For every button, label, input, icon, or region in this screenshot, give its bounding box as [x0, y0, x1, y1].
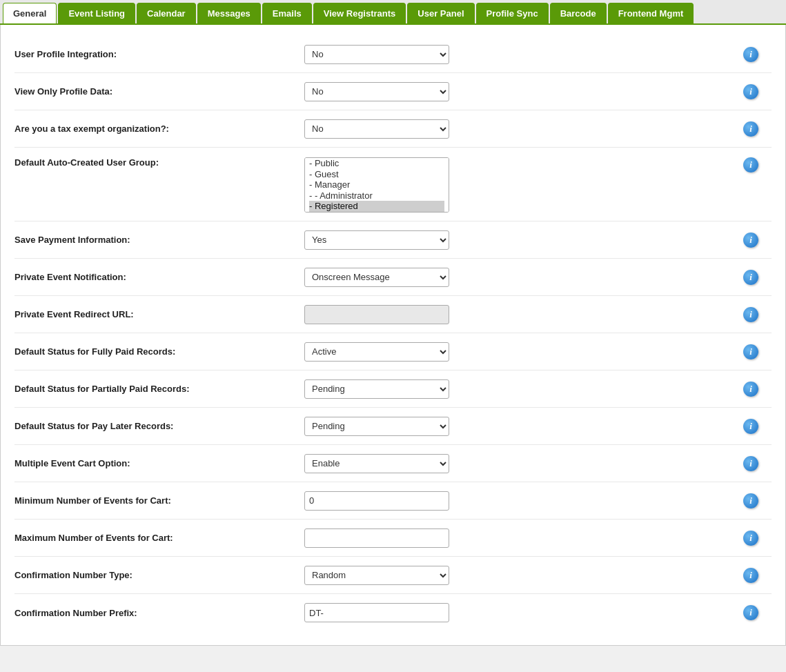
user-profile-integration-select[interactable]: NoYes: [304, 45, 449, 64]
form-row-tax-exempt-org: Are you a tax exempt organization?:NoYes…: [14, 110, 772, 148]
field-control-tax-exempt-org: NoYes: [304, 119, 730, 139]
field-control-default-status-fully-paid: ActivePendingInactive: [304, 342, 730, 362]
form-row-save-payment-info: Save Payment Information:YesNoi: [14, 221, 772, 259]
field-info-save-payment-info: i: [730, 233, 772, 248]
field-info-user-profile-integration: i: [730, 47, 772, 62]
field-control-view-only-profile-data: NoYes: [304, 82, 730, 101]
field-label-private-event-redirect-url: Private Event Redirect URL:: [14, 309, 304, 319]
info-icon-user-profile-integration[interactable]: i: [743, 47, 758, 62]
field-label-save-payment-info: Save Payment Information:: [14, 235, 304, 245]
content-area: User Profile Integration:NoYesiView Only…: [0, 25, 786, 646]
view-only-profile-data-select[interactable]: NoYes: [304, 82, 449, 101]
info-icon-min-events-cart[interactable]: i: [743, 493, 758, 508]
field-info-max-events-cart: i: [730, 531, 772, 546]
info-icon-confirmation-number-prefix[interactable]: i: [743, 605, 758, 620]
info-icon-tax-exempt-org[interactable]: i: [743, 121, 758, 137]
tab-view-registrants[interactable]: View Registrants: [313, 3, 406, 23]
field-info-confirmation-number-type: i: [730, 568, 772, 583]
form-row-view-only-profile-data: View Only Profile Data:NoYesi: [14, 73, 772, 110]
field-label-default-status-partially-paid: Default Status for Partially Paid Record…: [14, 384, 304, 394]
field-info-multiple-event-cart: i: [730, 456, 772, 471]
field-control-confirmation-number-type: RandomSequential: [304, 566, 730, 585]
field-control-default-user-group: - Public- Guest- Manager- - Administrato…: [304, 157, 730, 213]
form-row-multiple-event-cart: Multiple Event Cart Option:EnableDisable…: [14, 445, 772, 482]
tab-general[interactable]: General: [3, 3, 57, 23]
field-info-private-event-notification: i: [730, 270, 772, 285]
form-row-default-status-pay-later: Default Status for Pay Later Records:Act…: [14, 408, 772, 445]
field-info-confirmation-number-prefix: i: [730, 605, 772, 620]
field-label-default-status-pay-later: Default Status for Pay Later Records:: [14, 421, 304, 431]
tab-emails[interactable]: Emails: [262, 3, 312, 23]
tab-event-listing[interactable]: Event Listing: [58, 3, 135, 23]
form-row-private-event-redirect-url: Private Event Redirect URL:i: [14, 296, 772, 333]
field-info-view-only-profile-data: i: [730, 84, 772, 99]
tab-calendar[interactable]: Calendar: [137, 3, 196, 23]
form-row-user-profile-integration: User Profile Integration:NoYesi: [14, 36, 772, 73]
form-row-min-events-cart: Minimum Number of Events for Cart:i: [14, 482, 772, 520]
info-icon-default-user-group[interactable]: i: [743, 157, 758, 172]
field-label-user-profile-integration: User Profile Integration:: [14, 49, 304, 59]
field-label-private-event-notification: Private Event Notification:: [14, 272, 304, 282]
default-user-group-listbox[interactable]: - Public- Guest- Manager- - Administrato…: [304, 157, 449, 213]
default-status-pay-later-select[interactable]: ActivePendingInactive: [304, 417, 449, 436]
tab-profile-sync[interactable]: Profile Sync: [476, 3, 549, 23]
private-event-redirect-url-input[interactable]: [304, 305, 449, 324]
min-events-cart-input[interactable]: [304, 491, 449, 511]
field-control-default-status-pay-later: ActivePendingInactive: [304, 417, 730, 436]
info-icon-default-status-pay-later[interactable]: i: [743, 419, 758, 434]
max-events-cart-input[interactable]: [304, 528, 449, 548]
field-label-confirmation-number-prefix: Confirmation Number Prefix:: [14, 608, 304, 618]
info-icon-private-event-notification[interactable]: i: [743, 270, 758, 285]
tab-bar: GeneralEvent ListingCalendarMessagesEmai…: [0, 0, 786, 25]
field-control-multiple-event-cart: EnableDisable: [304, 454, 730, 473]
confirmation-number-prefix-input[interactable]: [304, 603, 449, 622]
field-info-default-status-partially-paid: i: [730, 382, 772, 397]
info-icon-confirmation-number-type[interactable]: i: [743, 568, 758, 583]
info-icon-multiple-event-cart[interactable]: i: [743, 456, 758, 471]
field-control-max-events-cart: [304, 528, 730, 548]
default-status-fully-paid-select[interactable]: ActivePendingInactive: [304, 342, 449, 362]
form-row-private-event-notification: Private Event Notification:Onscreen Mess…: [14, 259, 772, 296]
default-status-partially-paid-select[interactable]: ActivePendingInactive: [304, 379, 449, 399]
field-control-user-profile-integration: NoYes: [304, 45, 730, 64]
private-event-notification-select[interactable]: Onscreen MessageEmailNone: [304, 268, 449, 287]
field-control-save-payment-info: YesNo: [304, 230, 730, 250]
info-icon-default-status-partially-paid[interactable]: i: [743, 382, 758, 397]
field-label-default-status-fully-paid: Default Status for Fully Paid Records:: [14, 346, 304, 357]
multiple-event-cart-select[interactable]: EnableDisable: [304, 454, 449, 473]
field-control-private-event-redirect-url: [304, 305, 730, 324]
form-row-default-status-fully-paid: Default Status for Fully Paid Records:Ac…: [14, 333, 772, 370]
tab-user-panel[interactable]: User Panel: [407, 3, 474, 23]
info-icon-default-status-fully-paid[interactable]: i: [743, 344, 758, 359]
info-icon-max-events-cart[interactable]: i: [743, 531, 758, 546]
field-label-confirmation-number-type: Confirmation Number Type:: [14, 570, 304, 580]
field-info-default-status-fully-paid: i: [730, 344, 772, 359]
tax-exempt-org-select[interactable]: NoYes: [304, 119, 449, 139]
field-info-default-status-pay-later: i: [730, 419, 772, 434]
form-row-confirmation-number-type: Confirmation Number Type:RandomSequentia…: [14, 557, 772, 594]
field-label-view-only-profile-data: View Only Profile Data:: [14, 86, 304, 97]
field-info-default-user-group: i: [730, 157, 772, 172]
field-control-confirmation-number-prefix: [304, 603, 730, 622]
form-row-max-events-cart: Maximum Number of Events for Cart:i: [14, 520, 772, 557]
info-icon-save-payment-info[interactable]: i: [743, 233, 758, 248]
field-control-min-events-cart: [304, 491, 730, 511]
tab-barcode[interactable]: Barcode: [550, 3, 607, 23]
field-info-min-events-cart: i: [730, 493, 772, 508]
tab-messages[interactable]: Messages: [197, 3, 261, 23]
form-row-default-status-partially-paid: Default Status for Partially Paid Record…: [14, 370, 772, 408]
tab-frontend-mgmt[interactable]: Frontend Mgmt: [608, 3, 694, 23]
field-label-multiple-event-cart: Multiple Event Cart Option:: [14, 458, 304, 468]
confirmation-number-type-select[interactable]: RandomSequential: [304, 566, 449, 585]
field-label-min-events-cart: Minimum Number of Events for Cart:: [14, 495, 304, 506]
field-info-private-event-redirect-url: i: [730, 307, 772, 322]
info-icon-view-only-profile-data[interactable]: i: [743, 84, 758, 99]
info-icon-private-event-redirect-url[interactable]: i: [743, 307, 758, 322]
form-row-confirmation-number-prefix: Confirmation Number Prefix:i: [14, 594, 772, 631]
field-label-tax-exempt-org: Are you a tax exempt organization?:: [14, 123, 304, 134]
field-info-tax-exempt-org: i: [730, 121, 772, 137]
save-payment-info-select[interactable]: YesNo: [304, 230, 449, 250]
field-control-private-event-notification: Onscreen MessageEmailNone: [304, 268, 730, 287]
field-label-default-user-group: Default Auto-Created User Group:: [14, 157, 304, 168]
form-row-default-user-group: Default Auto-Created User Group:- Public…: [14, 148, 772, 221]
